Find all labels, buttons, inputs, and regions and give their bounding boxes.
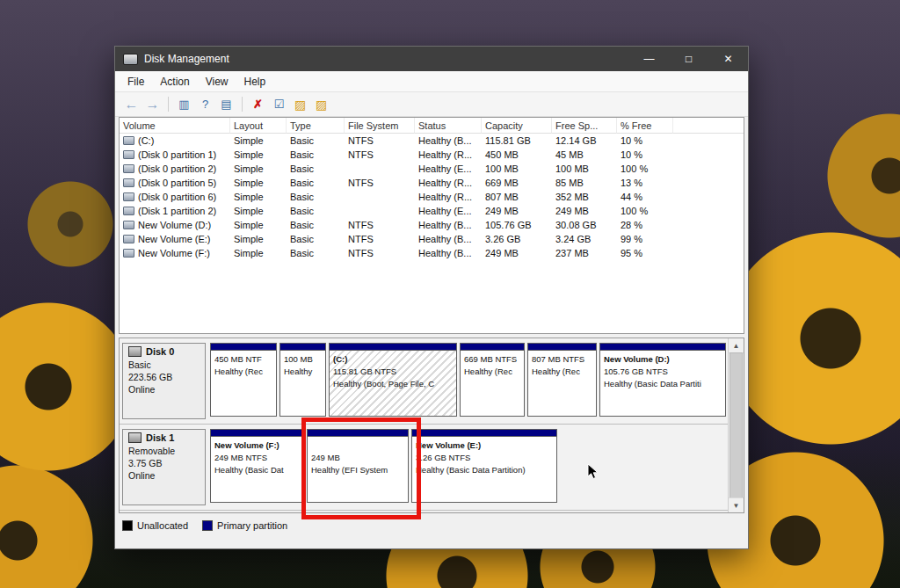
titlebar[interactable]: Disk Management — □ ✕ bbox=[115, 47, 748, 71]
drive-icon bbox=[123, 136, 134, 145]
explore-folder-icon[interactable]: ▨ bbox=[312, 95, 330, 113]
disk0-label[interactable]: Disk 0 Basic 223.56 GB Online bbox=[122, 343, 206, 419]
volume-capacity: 100 MB bbox=[482, 162, 552, 176]
primary-partition-bar bbox=[461, 344, 524, 351]
column-type[interactable]: Type bbox=[287, 118, 345, 134]
window-controls: — □ ✕ bbox=[629, 47, 748, 71]
column-volume[interactable]: Volume bbox=[120, 118, 230, 134]
volume-filesystem: NTFS bbox=[345, 134, 415, 148]
column-pctfree[interactable]: % Free bbox=[617, 118, 673, 134]
volume-name: (Disk 1 partition 2) bbox=[138, 206, 216, 216]
partition-name: (C:) bbox=[333, 353, 453, 366]
partition-status: Healthy (Basic Dat bbox=[214, 464, 300, 476]
open-folder-icon[interactable]: ▨ bbox=[291, 95, 309, 113]
volume-name: (Disk 0 partition 5) bbox=[138, 178, 216, 188]
primary-partition-bar bbox=[600, 344, 725, 351]
disk-size: 3.75 GB bbox=[128, 457, 200, 469]
close-button[interactable]: ✕ bbox=[708, 47, 748, 71]
table-row-disk0-p2[interactable]: (Disk 0 partition 2) Simple Basic Health… bbox=[120, 162, 744, 176]
table-row-disk1-p2[interactable]: (Disk 1 partition 2) Simple Basic Health… bbox=[120, 204, 744, 218]
partition-status: Healthy (Basic Data Partiti bbox=[604, 378, 722, 390]
scroll-down-icon[interactable]: ▼ bbox=[729, 497, 744, 512]
legend-primary-partition: Primary partition bbox=[202, 520, 287, 531]
minimize-button[interactable]: — bbox=[629, 47, 669, 71]
drive-icon bbox=[123, 164, 134, 173]
partition-disk1-efi-system[interactable]: 249 MB Healthy (EFI System bbox=[307, 429, 409, 503]
volume-pctfree: 10 % bbox=[617, 148, 673, 162]
forward-icon[interactable]: → bbox=[143, 95, 162, 113]
properties-icon[interactable]: ☑ bbox=[270, 95, 288, 113]
partition-status: Healthy (Basic Data Partition) bbox=[416, 464, 553, 476]
column-filesystem[interactable]: File System bbox=[345, 118, 415, 134]
volume-status: Healthy (E... bbox=[415, 162, 482, 176]
partition-size: 100 MB bbox=[284, 353, 322, 366]
menu-view[interactable]: View bbox=[198, 73, 236, 91]
scrollbar-thumb[interactable] bbox=[729, 352, 743, 498]
primary-partition-bar bbox=[280, 344, 325, 351]
menu-action[interactable]: Action bbox=[152, 73, 197, 91]
column-layout[interactable]: Layout bbox=[230, 118, 287, 134]
disk-type: Basic bbox=[128, 359, 200, 371]
disk-icon bbox=[128, 346, 142, 357]
volume-free: 85 MB bbox=[552, 176, 617, 190]
volume-capacity: 105.76 GB bbox=[482, 218, 552, 232]
menu-file[interactable]: File bbox=[120, 73, 152, 91]
table-row-disk0-p1[interactable]: (Disk 0 partition 1) Simple Basic NTFS H… bbox=[120, 148, 744, 162]
column-freespace[interactable]: Free Sp... bbox=[552, 118, 617, 134]
disk1-label[interactable]: Disk 1 Removable 3.75 GB Online bbox=[122, 429, 206, 505]
graphical-view-scrollbar[interactable]: ▲ ▼ bbox=[728, 338, 744, 512]
volume-status: Healthy (R... bbox=[415, 190, 482, 204]
drive-icon bbox=[123, 207, 134, 215]
table-row-new-volume-d[interactable]: New Volume (D:) Simple Basic NTFS Health… bbox=[120, 218, 744, 232]
disk-status: Online bbox=[128, 469, 200, 482]
primary-partition-bar bbox=[308, 430, 408, 437]
table-row-new-volume-f[interactable]: New Volume (F:) Simple Basic NTFS Health… bbox=[120, 246, 744, 260]
help-icon[interactable]: ? bbox=[196, 95, 214, 113]
column-capacity[interactable]: Capacity bbox=[482, 118, 552, 134]
partition-name: New Volume (E:) bbox=[416, 439, 553, 452]
show-action-pane-icon[interactable]: ▤ bbox=[217, 95, 236, 113]
volume-status: Healthy (R... bbox=[415, 148, 482, 162]
drive-icon bbox=[123, 192, 134, 201]
partition-disk0-807mb[interactable]: 807 MB NTFS Healthy (Rec bbox=[527, 343, 597, 417]
volume-status: Healthy (B... bbox=[415, 218, 482, 232]
table-row-new-volume-e[interactable]: New Volume (E:) Simple Basic NTFS Health… bbox=[120, 232, 744, 246]
volume-capacity: 249 MB bbox=[482, 246, 552, 260]
partition-disk0-new-volume-d[interactable]: New Volume (D:) 105.76 GB NTFS Healthy (… bbox=[599, 343, 726, 417]
table-row-disk0-p5[interactable]: (Disk 0 partition 5) Simple Basic NTFS H… bbox=[120, 176, 744, 190]
maximize-button[interactable]: □ bbox=[669, 47, 708, 71]
partition-size: 249 MB bbox=[311, 452, 404, 464]
partition-disk0-c[interactable]: (C:) 115.81 GB NTFS Healthy (Boot, Page … bbox=[329, 343, 457, 417]
partition-disk0-100mb[interactable]: 100 MB Healthy bbox=[279, 343, 326, 417]
volume-capacity: 669 MB bbox=[482, 176, 552, 190]
table-row-c[interactable]: (C:) Simple Basic NTFS Healthy (B... 115… bbox=[120, 134, 744, 148]
volume-name: New Volume (D:) bbox=[138, 220, 211, 230]
volume-name: New Volume (E:) bbox=[138, 234, 211, 244]
volume-filesystem: NTFS bbox=[345, 218, 415, 232]
show-console-tree-icon[interactable]: ▥ bbox=[175, 95, 193, 113]
volume-pctfree: 10 % bbox=[617, 134, 673, 148]
menu-help[interactable]: Help bbox=[236, 73, 274, 91]
primary-partition-bar bbox=[211, 344, 276, 351]
table-row-disk0-p6[interactable]: (Disk 0 partition 6) Simple Basic Health… bbox=[120, 190, 744, 204]
partition-disk1-new-volume-e[interactable]: New Volume (E:) 3.26 GB NTFS Healthy (Ba… bbox=[411, 429, 557, 503]
toolbar-separator bbox=[168, 97, 169, 112]
volume-layout: Simple bbox=[230, 162, 287, 176]
primary-partition-bar bbox=[412, 430, 556, 437]
volume-capacity: 115.81 GB bbox=[482, 134, 552, 148]
scroll-up-icon[interactable]: ▲ bbox=[729, 338, 744, 353]
volume-filesystem: NTFS bbox=[345, 148, 415, 162]
primary-partition-bar bbox=[211, 430, 303, 437]
legend: Unallocated Primary partition bbox=[122, 518, 287, 534]
partition-disk0-450mb[interactable]: 450 MB NTF Healthy (Rec bbox=[210, 343, 277, 417]
disk1-row: Disk 1 Removable 3.75 GB Online New Volu… bbox=[120, 425, 729, 511]
back-icon[interactable]: ← bbox=[122, 95, 141, 113]
partition-disk0-669mb[interactable]: 669 MB NTFS Healthy (Rec bbox=[460, 343, 525, 417]
volume-filesystem: NTFS bbox=[345, 232, 415, 246]
menubar: File Action View Help bbox=[115, 71, 748, 92]
column-status[interactable]: Status bbox=[415, 118, 482, 134]
volume-name: (Disk 0 partition 1) bbox=[138, 149, 216, 160]
partition-disk1-new-volume-f[interactable]: New Volume (F:) 249 MB NTFS Healthy (Bas… bbox=[210, 429, 304, 503]
delete-volume-icon[interactable]: ✗ bbox=[249, 95, 267, 113]
volume-status: Healthy (B... bbox=[415, 232, 482, 246]
